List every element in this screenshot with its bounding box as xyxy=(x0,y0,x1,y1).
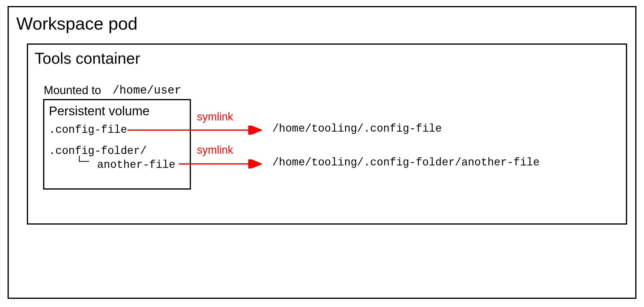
symlink-arrow-2 xyxy=(179,159,266,168)
mounted-to-label: Mounted to xyxy=(44,84,101,97)
tools-container-title: Tools container xyxy=(35,49,140,67)
tree-branch-icon: └─ xyxy=(76,156,89,168)
another-file-entry: another-file xyxy=(97,159,175,171)
tools-container-box: Tools container Mounted to /home/user Pe… xyxy=(27,43,627,225)
persistent-volume-box: Persistent volume .config-file .config-f… xyxy=(43,99,191,190)
mounted-to-path: /home/user xyxy=(113,84,181,97)
symlink-target-1: /home/tooling/.config-file xyxy=(272,123,442,135)
config-folder-entry: .config-folder/ xyxy=(49,145,147,157)
symlink-target-2: /home/tooling/.config-folder/another-fil… xyxy=(272,156,540,169)
symlink-label-1: symlink xyxy=(197,110,233,123)
workspace-pod-title: Workspace pod xyxy=(16,13,138,34)
symlink-label-2: symlink xyxy=(197,144,233,156)
persistent-volume-title: Persistent volume xyxy=(49,104,150,118)
workspace-pod-box: Workspace pod Tools container Mounted to… xyxy=(8,6,636,299)
config-file-entry: .config-file xyxy=(49,124,127,136)
